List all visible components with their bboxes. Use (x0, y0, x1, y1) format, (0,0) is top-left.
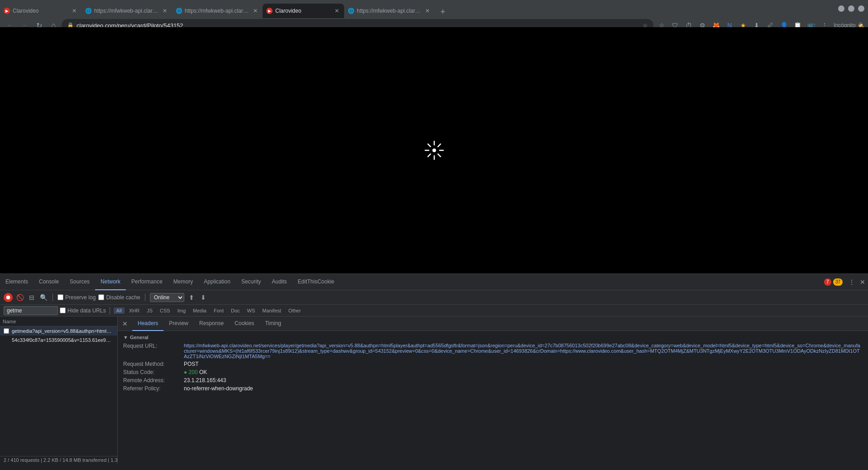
devtools-body: Name getmedia?api_version=v5.88&authpn=h… (0, 317, 868, 464)
upload-icon[interactable]: ⬆ (187, 293, 196, 302)
devtools-tab-console[interactable]: Console (34, 274, 64, 290)
separator-1 (53, 294, 53, 301)
throttle-select[interactable]: Online Fast 3G Slow 3G Offline (150, 293, 184, 302)
download-icon[interactable]: ⬇ (199, 293, 208, 302)
disable-cache-label: Disable cache (106, 294, 140, 301)
status-code-number: 200 (189, 369, 198, 375)
tab-title-1: Clarovideo (13, 8, 68, 14)
filter-other[interactable]: Other (286, 307, 304, 314)
minimize-button[interactable]: − (838, 5, 844, 12)
referrer-policy-row: Referrer Policy: no-referrer-when-downgr… (123, 385, 863, 392)
tab-close-1[interactable]: ✕ (71, 7, 78, 14)
hide-data-urls-label: Hide data URLs (67, 307, 106, 314)
devtools-tab-network[interactable]: Network (95, 274, 126, 290)
devtools-tab-sources[interactable]: Sources (64, 274, 95, 290)
devtools-toolbar: ⏺ 🚫 ⊟ 🔍 Preserve log Disable cache Onlin… (0, 290, 868, 305)
loading-spinner (423, 139, 446, 162)
status-bar: 2 / 410 requests | 2.2 KB / 14.8 MB tran… (0, 456, 117, 464)
tab-close-2[interactable]: ✕ (161, 7, 168, 14)
separator-filter (110, 307, 110, 314)
referrer-policy-label: Referrer Policy: (123, 385, 182, 392)
detail-tab-headers[interactable]: Headers (132, 317, 163, 331)
devtools-tab-security[interactable]: Security (236, 274, 266, 290)
detail-tab-timing[interactable]: Timing (259, 317, 287, 331)
network-request-row-1[interactable]: getmedia?api_version=v5.88&authpn=html5p… (0, 326, 117, 336)
network-request-row-2[interactable]: 54c334f0c87a=153590005&v=1153.61ee9ba&to… (0, 336, 117, 345)
tab-api-2[interactable]: 🌐 https://mfwkweb-api.clarovideo... ✕ (82, 4, 172, 18)
svg-point-0 (432, 149, 436, 152)
tab-bar: ▶ Clarovideo ✕ 🌐 https://mfwkweb-api.cla… (0, 1, 834, 18)
filter-css[interactable]: CSS (157, 307, 173, 314)
detail-tab-response[interactable]: Response (194, 317, 229, 331)
general-section-arrow: ▼ (123, 335, 128, 340)
devtools-more-button[interactable]: ⋮ (846, 277, 857, 288)
network-list-header: Name (0, 317, 117, 326)
status-code-text: OK (199, 369, 207, 375)
devtools-tab-elements[interactable]: Elements (0, 274, 34, 290)
name-column-header: Name (3, 319, 16, 324)
filter-js[interactable]: JS (144, 307, 155, 314)
tab-title-4: Clarovideo (275, 8, 331, 14)
clear-button[interactable]: 🚫 (15, 293, 24, 302)
devtools-panel: Elements Console Sources Network Perform… (0, 273, 868, 464)
preserve-log-checkbox[interactable] (58, 294, 63, 300)
hide-data-urls-group: Hide data URLs (60, 307, 106, 314)
filter-input[interactable] (4, 306, 58, 315)
warn-badge: 37 (833, 278, 843, 286)
devtools-tab-memory[interactable]: Memory (168, 274, 198, 290)
devtools-tab-performance[interactable]: Performance (126, 274, 168, 290)
hide-data-urls-checkbox[interactable] (60, 307, 66, 313)
tab-api-5[interactable]: 🌐 https://mfwkweb-api.clarovide... ✕ (344, 4, 435, 18)
detail-tab-cookies[interactable]: Cookies (229, 317, 259, 331)
devtools-close-button[interactable]: ✕ (857, 277, 868, 288)
window-controls: − □ ✕ (834, 4, 868, 14)
status-code-row: Status Code: ● 200 OK (123, 369, 863, 375)
remote-address-row: Remote Address: 23.1.218.165:443 (123, 377, 863, 384)
filter-xhr[interactable]: XHR (126, 307, 142, 314)
main-content (0, 27, 868, 273)
svg-line-8 (428, 154, 431, 157)
status-dot: ● (184, 369, 189, 375)
tab-close-4[interactable]: ✕ (333, 7, 340, 14)
preserve-log-group: Preserve log (58, 294, 96, 301)
record-button[interactable]: ⏺ (4, 293, 13, 302)
filter-img[interactable]: Img (175, 307, 188, 314)
detail-tab-preview[interactable]: Preview (163, 317, 194, 331)
detail-body: ▼ General Request URL: https://mfwkweb-a… (118, 331, 868, 464)
devtools-tab-editthiscookie[interactable]: EditThisCookie (293, 274, 340, 290)
tab-api-3[interactable]: 🌐 https://mfwkweb-api.clarovide... ✕ (172, 4, 263, 18)
filter-all[interactable]: All (114, 307, 125, 314)
close-button[interactable]: ✕ (858, 5, 864, 12)
filter-media[interactable]: Media (190, 307, 209, 314)
new-tab-button[interactable]: + (436, 5, 449, 18)
request-method-row: Request Method: POST (123, 361, 863, 367)
filter-manifest[interactable]: Manifest (259, 307, 284, 314)
tab-clarovideo-1[interactable]: ▶ Clarovideo ✕ (0, 4, 82, 18)
tab-close-5[interactable]: ✕ (424, 7, 431, 14)
svg-line-6 (438, 154, 441, 157)
referrer-policy-value: no-referrer-when-downgrade (184, 385, 863, 392)
spinner-svg (423, 139, 446, 162)
tab-title-3: https://mfwkweb-api.clarovide... (185, 8, 249, 14)
request-url-label: Request URL: (123, 343, 182, 359)
tab-close-3[interactable]: ✕ (252, 7, 259, 14)
filter-button[interactable]: ⊟ (27, 293, 36, 302)
status-code-value: ● 200 OK (184, 369, 863, 375)
filter-ws[interactable]: WS (245, 307, 258, 314)
devtools-tab-audits[interactable]: Audits (266, 274, 292, 290)
req-name-2: 54c334f0c87a=153590005&v=1153.61ee9ba&to… (4, 337, 114, 343)
search-button[interactable]: 🔍 (39, 293, 48, 302)
disable-cache-checkbox[interactable] (98, 294, 104, 300)
request-url-row: Request URL: https://mfwkweb-api.clarovi… (123, 343, 863, 359)
network-list: Name getmedia?api_version=v5.88&authpn=h… (0, 317, 118, 464)
req-checkbox-1[interactable] (4, 328, 9, 334)
general-section-title[interactable]: ▼ General (123, 335, 863, 340)
disable-cache-group: Disable cache (98, 294, 140, 301)
maximize-button[interactable]: □ (848, 5, 854, 12)
detail-close-button[interactable]: ✕ (120, 318, 130, 329)
devtools-tabs-row: Elements Console Sources Network Perform… (0, 274, 868, 290)
filter-font[interactable]: Font (211, 307, 226, 314)
devtools-tab-application[interactable]: Application (198, 274, 236, 290)
filter-doc[interactable]: Doc (228, 307, 243, 314)
tab-clarovideo-4[interactable]: ▶ Clarovideo ✕ (263, 4, 344, 18)
